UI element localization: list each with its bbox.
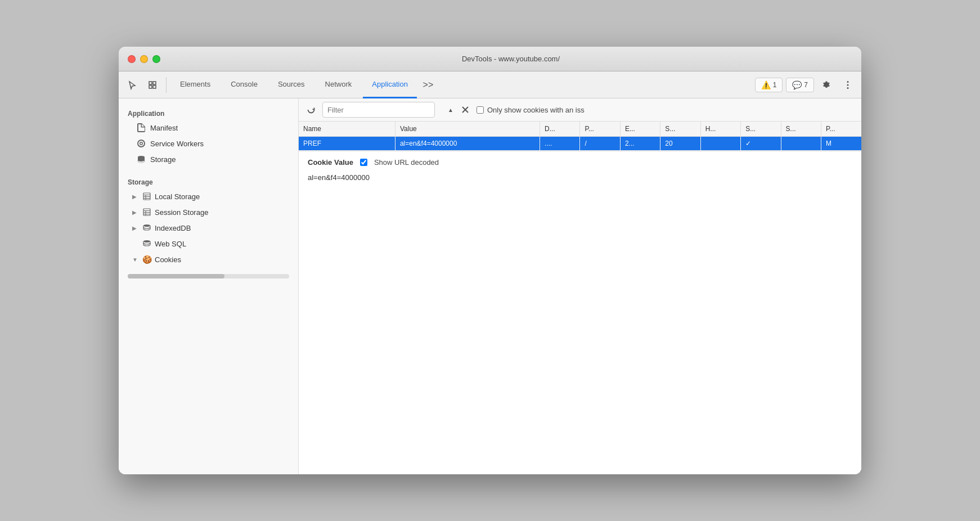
tab-sources[interactable]: Sources bbox=[269, 71, 314, 98]
tab-elements[interactable]: Elements bbox=[171, 71, 219, 98]
toolbar-right: ⚠️ 1 💬 7 bbox=[755, 76, 857, 94]
manifest-icon bbox=[137, 123, 146, 132]
sidebar-item-storage[interactable]: Storage bbox=[119, 151, 298, 167]
refresh-button[interactable] bbox=[303, 102, 319, 118]
warning-badge-button[interactable]: ⚠️ 1 bbox=[755, 78, 783, 92]
cell-h bbox=[700, 137, 740, 151]
filter-input[interactable] bbox=[322, 102, 435, 118]
cookies-label: Cookies bbox=[155, 255, 181, 264]
col-header-s2[interactable]: S... bbox=[741, 122, 781, 137]
col-header-p2[interactable]: P... bbox=[821, 122, 861, 137]
session-storage-label: Session Storage bbox=[155, 208, 208, 217]
devtools-window: DevTools - www.youtube.com/ Elements Con… bbox=[119, 47, 861, 474]
cell-p2: M bbox=[821, 137, 861, 151]
content-area: ▲ Only show cookies with an iss bbox=[299, 98, 861, 474]
cell-value: al=en&f4=4000000 bbox=[395, 137, 540, 151]
titlebar: DevTools - www.youtube.com/ bbox=[119, 47, 861, 71]
main-content: Application Manifest Service Workers bbox=[119, 98, 861, 474]
more-options-button[interactable] bbox=[839, 76, 857, 94]
indexeddb-label: IndexedDB bbox=[155, 224, 191, 232]
cookies-icon: 🍪 bbox=[142, 255, 151, 264]
service-workers-icon bbox=[137, 139, 146, 148]
main-toolbar: Elements Console Sources Network Applica… bbox=[119, 71, 861, 98]
warning-icon: ⚠️ bbox=[761, 80, 771, 89]
web-sql-icon bbox=[142, 239, 151, 248]
cookies-table: Name Value D... P... E... S... H... S...… bbox=[299, 122, 861, 151]
session-storage-icon bbox=[142, 208, 151, 217]
sidebar-item-local-storage[interactable]: ▶ Local Storage bbox=[119, 188, 298, 204]
cell-e: 2... bbox=[620, 137, 660, 151]
col-header-d[interactable]: D... bbox=[540, 122, 580, 137]
settings-button[interactable] bbox=[817, 76, 835, 94]
col-header-value[interactable]: Value bbox=[395, 122, 540, 137]
sidebar-item-service-workers[interactable]: Service Workers bbox=[119, 136, 298, 151]
tab-network[interactable]: Network bbox=[316, 71, 361, 98]
minimize-button[interactable] bbox=[140, 55, 148, 63]
service-workers-label: Service Workers bbox=[150, 140, 204, 148]
sidebar-item-cookies[interactable]: ▼ 🍪 Cookies bbox=[119, 251, 298, 267]
storage-section-title: Storage bbox=[119, 174, 298, 188]
indexeddb-arrow: ▶ bbox=[132, 225, 139, 231]
sidebar-scrollbar-thumb bbox=[128, 274, 224, 279]
table-header-row: Name Value D... P... E... S... H... S...… bbox=[299, 122, 861, 137]
col-header-p[interactable]: P... bbox=[580, 122, 620, 137]
show-url-decoded-checkbox[interactable] bbox=[360, 159, 367, 166]
cell-s: 20 bbox=[660, 137, 700, 151]
sidebar-item-web-sql[interactable]: ▶ Web SQL bbox=[119, 236, 298, 251]
cookie-detail-value: al=en&f4=4000000 bbox=[308, 171, 852, 184]
message-icon: 💬 bbox=[792, 80, 802, 89]
local-storage-icon bbox=[142, 192, 151, 201]
content-toolbar: ▲ Only show cookies with an iss bbox=[299, 98, 861, 122]
only-issues-label[interactable]: Only show cookies with an iss bbox=[487, 106, 585, 114]
cookies-arrow: ▼ bbox=[132, 257, 139, 263]
col-header-s[interactable]: S... bbox=[660, 122, 700, 137]
col-header-e[interactable]: E... bbox=[620, 122, 660, 137]
toolbar-divider bbox=[166, 77, 167, 93]
web-sql-label: Web SQL bbox=[155, 240, 186, 248]
app-section-title: Application bbox=[119, 105, 298, 120]
filter-by-type-button[interactable]: ▲ bbox=[438, 102, 454, 118]
col-header-h[interactable]: H... bbox=[700, 122, 740, 137]
sidebar-scrollbar[interactable] bbox=[128, 274, 289, 279]
svg-rect-1 bbox=[153, 82, 156, 84]
show-url-decoded-label[interactable]: Show URL decoded bbox=[374, 158, 439, 167]
manifest-label: Manifest bbox=[150, 124, 178, 132]
maximize-button[interactable] bbox=[152, 55, 160, 63]
close-button[interactable] bbox=[128, 55, 136, 63]
svg-rect-0 bbox=[149, 82, 152, 84]
cell-name: PREF bbox=[299, 137, 395, 151]
clear-filter-button[interactable] bbox=[457, 102, 473, 118]
svg-point-6 bbox=[847, 87, 849, 89]
local-storage-arrow: ▶ bbox=[132, 194, 139, 200]
cell-d: .... bbox=[540, 137, 580, 151]
col-header-s3[interactable]: S... bbox=[781, 122, 821, 137]
inspect-icon-button[interactable] bbox=[143, 76, 161, 94]
warning-count: 1 bbox=[773, 81, 777, 89]
traffic-lights bbox=[128, 55, 160, 63]
sidebar-item-indexeddb[interactable]: ▶ IndexedDB bbox=[119, 220, 298, 236]
tab-application[interactable]: Application bbox=[363, 71, 417, 98]
sidebar-item-manifest[interactable]: Manifest bbox=[119, 120, 298, 136]
only-issues-checkbox[interactable] bbox=[476, 106, 484, 114]
cell-s3 bbox=[781, 137, 821, 151]
sidebar-item-session-storage[interactable]: ▶ Session Storage bbox=[119, 204, 298, 220]
cursor-icon-button[interactable] bbox=[123, 76, 141, 94]
window-title: DevTools - www.youtube.com/ bbox=[169, 55, 852, 63]
tab-console[interactable]: Console bbox=[222, 71, 267, 98]
cookies-table-container: Name Value D... P... E... S... H... S...… bbox=[299, 122, 861, 151]
svg-rect-3 bbox=[153, 86, 156, 88]
indexeddb-icon bbox=[142, 223, 151, 232]
svg-point-19 bbox=[143, 240, 150, 242]
table-row[interactable]: PREF al=en&f4=4000000 .... / 2... 20 ✓ M bbox=[299, 137, 861, 151]
cookie-detail-header: Cookie Value Show URL decoded bbox=[308, 158, 852, 167]
message-count: 7 bbox=[804, 81, 808, 89]
storage-icon bbox=[137, 155, 146, 164]
cell-p: / bbox=[580, 137, 620, 151]
more-tabs-button[interactable]: >> bbox=[419, 76, 437, 94]
svg-point-18 bbox=[143, 224, 150, 227]
cell-s2: ✓ bbox=[741, 137, 781, 151]
session-storage-arrow: ▶ bbox=[132, 209, 139, 215]
svg-point-4 bbox=[847, 81, 849, 83]
message-badge-button[interactable]: 💬 7 bbox=[786, 78, 814, 92]
col-header-name[interactable]: Name bbox=[299, 122, 395, 137]
